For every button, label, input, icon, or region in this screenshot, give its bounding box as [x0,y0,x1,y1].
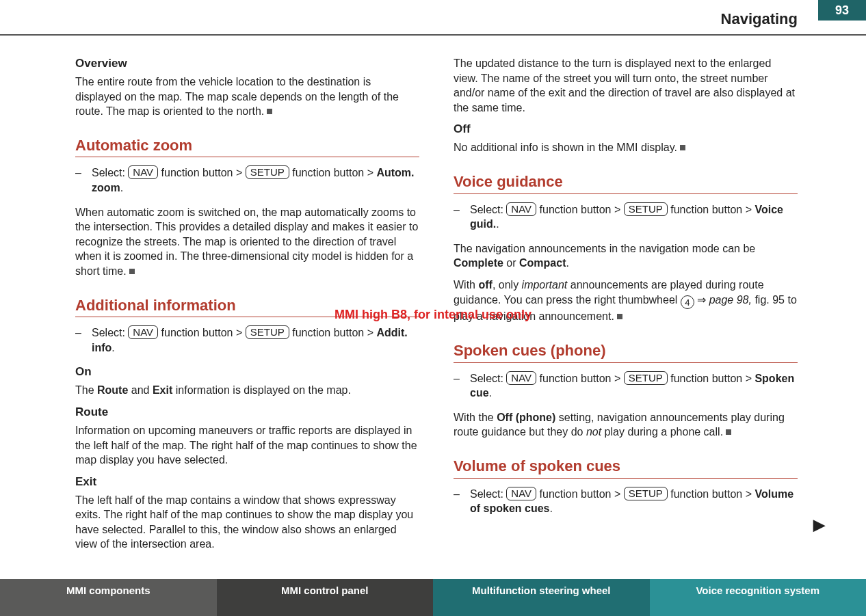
automatic-zoom-title: Automatic zoom [75,135,419,158]
on-body: The Route and Exit information is displa… [75,383,419,398]
overview-heading: Overview [75,56,419,72]
setup-button: SETUP [246,325,289,339]
route-body: Information on upcoming maneuvers or tra… [75,423,419,468]
voice-p2: With off, only important announcements a… [454,278,798,324]
additional-info-title: Additional information [75,295,419,318]
nav-button: NAV [506,202,536,216]
voice-p1: The navigation announcements in the navi… [454,241,798,271]
footer-tabs: MMI components MMI control panel Multifu… [0,579,866,616]
end-mark-icon [680,145,685,150]
setup-button: SETUP [624,487,668,500]
exit-body: The left half of the map contains a wind… [75,493,419,552]
spoken-body: With the Off (phone) setting, navigation… [454,410,798,440]
voice-step: – Select: NAV function button > SETUP fu… [454,202,798,232]
spoken-step: – Select: NAV function button > SETUP fu… [454,371,798,401]
autozoom-body: When automatic zoom is switched on, the … [75,205,419,279]
tab-mmi-control-panel[interactable]: MMI control panel [217,579,434,616]
tab-mmi-components[interactable]: MMI components [0,579,217,616]
volume-title: Volume of spoken cues [454,456,798,479]
end-mark-icon [617,314,622,319]
left-column: Overview The entire route from the vehic… [75,56,419,559]
setup-button: SETUP [624,202,668,216]
end-mark-icon [267,109,272,114]
on-heading: On [75,364,419,380]
volume-step: – Select: NAV function button > SETUP fu… [454,487,798,516]
carry-over-text: The updated distance to the turn is disp… [454,56,798,115]
route-heading: Route [75,405,419,420]
voice-guidance-title: Voice guidance [454,172,798,194]
tab-voice-recognition[interactable]: Voice recognition system [650,579,867,616]
right-column: The updated distance to the turn is disp… [454,56,798,559]
off-body: No additional info is shown in the MMI d… [454,140,798,155]
nav-button: NAV [128,325,158,339]
nav-button: NAV [506,487,536,500]
setup-button: SETUP [624,371,668,385]
off-heading: Off [454,122,798,137]
overview-body: The entire route from the vehicle locati… [75,75,419,119]
tab-multifunction-wheel[interactable]: Multifunction steering wheel [433,579,650,616]
end-mark-icon [129,269,135,274]
page-header: Navigating 93 [0,0,866,36]
thumbwheel-4-icon: 4 [681,295,694,309]
nav-button: NAV [128,165,158,179]
content-area: Overview The entire route from the vehic… [0,36,866,579]
page-number-badge: 93 [818,0,866,21]
nav-button: NAV [506,371,536,385]
continue-arrow-icon: ▶ [813,516,825,534]
autozoom-step: – Select: NAV function button > SETUP fu… [75,165,419,195]
section-title: Navigating [721,10,798,28]
spoken-cues-title: Spoken cues (phone) [454,340,798,363]
addinfo-step: – Select: NAV function button > SETUP fu… [75,325,419,355]
end-mark-icon [726,429,731,435]
setup-button: SETUP [246,165,289,179]
exit-heading: Exit [75,474,419,490]
